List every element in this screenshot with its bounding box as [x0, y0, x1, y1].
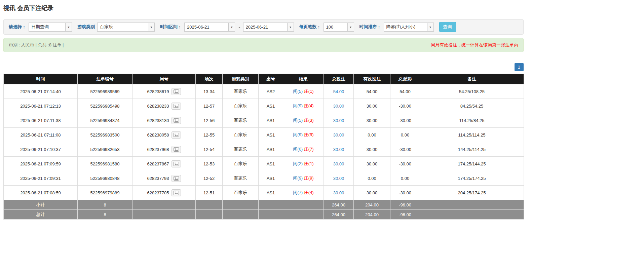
- date-to-input[interactable]: [243, 23, 287, 31]
- cell-session: 12-53: [196, 157, 223, 171]
- cell-valid-bet: 0.00: [354, 171, 390, 186]
- page-number-button[interactable]: 1: [515, 63, 524, 71]
- cell-empty: [283, 210, 324, 220]
- cell-count: 8: [78, 210, 132, 220]
- cell-session: 12-51: [196, 186, 223, 200]
- cell-round-no: 628238058: [132, 128, 196, 142]
- cell-game-type: 百家乐: [223, 99, 259, 113]
- cell-payout: -30.00: [390, 113, 420, 128]
- cell-count: 8: [78, 200, 132, 210]
- time-sort-input[interactable]: [384, 23, 427, 31]
- total-bet-link[interactable]: 30.00: [333, 176, 344, 181]
- cell-game-type: 百家乐: [223, 142, 259, 157]
- game-type-input[interactable]: [98, 23, 148, 31]
- chevron-down-icon[interactable]: ▾: [228, 23, 235, 31]
- cell-session: 12-52: [196, 171, 223, 186]
- column-header: 总投注: [324, 74, 354, 84]
- replay-button[interactable]: [172, 131, 181, 139]
- total-bet-link[interactable]: 30.00: [333, 147, 344, 152]
- replay-button[interactable]: [172, 103, 181, 110]
- round-no: 628238619: [147, 89, 169, 94]
- round-no: 628237968: [147, 147, 169, 152]
- cell-table-no: AS1: [259, 99, 283, 113]
- cell-empty: [196, 200, 223, 210]
- cell-bet-no: 522596980848: [78, 171, 132, 186]
- cell-total-bet: 264.00: [324, 210, 354, 220]
- search-button[interactable]: 查询: [439, 22, 456, 32]
- cell-session: 13-34: [196, 84, 223, 99]
- chevron-down-icon[interactable]: ▾: [65, 23, 72, 31]
- column-header: 时间: [4, 74, 78, 84]
- round-no: 628237867: [147, 161, 169, 166]
- time-sort-group: 时间排序： ▾: [359, 23, 434, 32]
- total-bet-link[interactable]: 30.00: [333, 132, 344, 138]
- table-row: 2025-06-21 07:08:59522596979889628237705…: [4, 186, 524, 200]
- round-no: 628237793: [147, 176, 169, 181]
- chevron-down-icon[interactable]: ▾: [347, 23, 354, 31]
- total-bet-link[interactable]: 54.00: [333, 89, 344, 94]
- cell-payout: 0.00: [390, 128, 420, 142]
- table-row: 2025-06-21 07:10:37522596982653628237968…: [4, 142, 524, 157]
- date-from-combobox[interactable]: ▾: [184, 23, 235, 32]
- cell-total-bet: 30.00: [324, 171, 354, 186]
- result-player: 闲(5): [293, 118, 303, 123]
- cell-empty: [420, 200, 524, 210]
- cell-time: 2025-06-21 07:12:13: [4, 99, 78, 113]
- cell-round-no: 628237968: [132, 142, 196, 157]
- filter-bar: 请选择： ▾ 游戏类别 ▾ 时间区间： ▾ ~ ▾: [3, 19, 524, 35]
- cell-time: 2025-06-21 07:08:59: [4, 186, 78, 200]
- column-header: 游戏类别: [223, 74, 259, 84]
- cell-result: 闲(5) 庄(3): [283, 113, 324, 128]
- replay-button[interactable]: [172, 88, 181, 95]
- replay-button[interactable]: [172, 117, 181, 124]
- replay-button[interactable]: [172, 160, 181, 167]
- game-type-combobox[interactable]: ▾: [97, 23, 155, 32]
- replay-button[interactable]: [172, 189, 181, 196]
- page-size-combobox[interactable]: ▾: [324, 23, 354, 32]
- time-sort-combobox[interactable]: ▾: [384, 23, 434, 32]
- replay-button[interactable]: [172, 175, 181, 182]
- date-from-input[interactable]: [185, 23, 228, 31]
- query-type-group: 请选择： ▾: [9, 23, 72, 32]
- cell-remark: 114.25/114.25: [420, 128, 524, 142]
- replay-button[interactable]: [172, 146, 181, 153]
- column-header: 局号: [132, 74, 196, 84]
- cell-table-no: AS1: [259, 157, 283, 171]
- query-type-combobox[interactable]: ▾: [29, 23, 72, 32]
- image-icon: [174, 162, 179, 166]
- table-row: 2025-06-21 07:09:31522596980848628237793…: [4, 171, 524, 186]
- table-row: 2025-06-21 07:12:13522596985498628238233…: [4, 99, 524, 113]
- range-separator: ~: [238, 25, 240, 30]
- image-icon: [174, 133, 179, 137]
- cell-session: 12-54: [196, 142, 223, 157]
- column-header: 结果: [283, 74, 324, 84]
- page-title: 视讯 会员下注纪录: [3, 4, 524, 12]
- chevron-down-icon[interactable]: ▾: [148, 23, 154, 31]
- total-bet-link[interactable]: 30.00: [333, 118, 344, 123]
- date-to-combobox[interactable]: ▾: [243, 23, 294, 32]
- cell-time: 2025-06-21 07:10:37: [4, 142, 78, 157]
- total-bet-link[interactable]: 30.00: [333, 190, 344, 195]
- cell-total-bet: 54.00: [324, 84, 354, 99]
- note-text: 同局有效投注，统一计算在该局第一张注单内: [431, 42, 518, 48]
- page-size-input[interactable]: [324, 23, 347, 31]
- cell-remark: 174.25/144.25: [420, 157, 524, 171]
- cell-result: 闲(5) 庄(1): [283, 84, 324, 99]
- cell-result: 闲(9) 庄(9): [283, 171, 324, 186]
- cell-label: 总计: [4, 210, 78, 220]
- chevron-down-icon[interactable]: ▾: [287, 23, 294, 31]
- query-type-input[interactable]: [29, 23, 65, 31]
- chevron-down-icon[interactable]: ▾: [427, 23, 433, 31]
- cell-result: 闲(2) 庄(1): [283, 157, 324, 171]
- result-banker: 庄(4): [304, 103, 314, 108]
- cell-remark: 54.25/108.25: [420, 84, 524, 99]
- page-size-label: 每页笔数：: [299, 24, 321, 30]
- cell-game-type: 百家乐: [223, 157, 259, 171]
- cell-empty: [259, 200, 283, 210]
- total-bet-link[interactable]: 30.00: [333, 104, 344, 109]
- cell-empty: [132, 200, 196, 210]
- cell-time: 2025-06-21 07:09:31: [4, 171, 78, 186]
- total-bet-link[interactable]: 30.00: [333, 161, 344, 166]
- result-player: 闲(2): [293, 161, 303, 166]
- bet-records-table: 时间注单编号局号场次游戏类别桌号结果总投注有效投注总派彩备注 2025-06-2…: [3, 74, 524, 220]
